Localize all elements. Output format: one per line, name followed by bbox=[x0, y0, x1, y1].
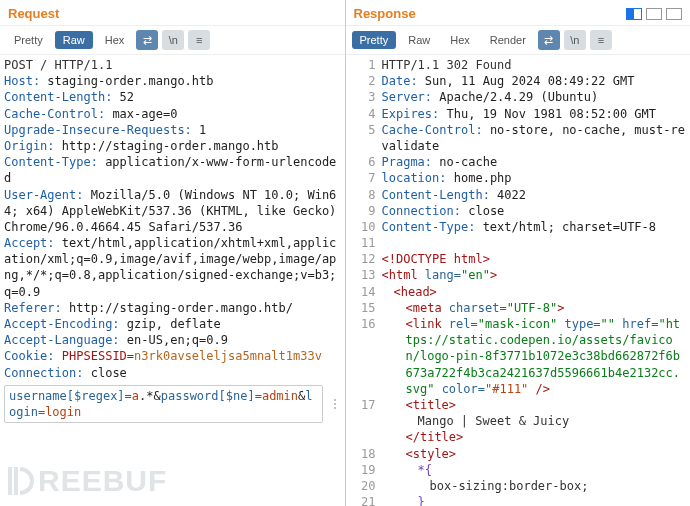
more-icon[interactable] bbox=[329, 399, 341, 409]
newline-icon[interactable]: \n bbox=[162, 30, 184, 50]
request-toolbar: Pretty Raw Hex ⇄ \n ≡ bbox=[0, 26, 345, 55]
tab-render-resp[interactable]: Render bbox=[482, 31, 534, 49]
newline-icon-resp[interactable]: \n bbox=[564, 30, 586, 50]
menu-icon-resp[interactable]: ≡ bbox=[590, 30, 612, 50]
tab-raw[interactable]: Raw bbox=[55, 31, 93, 49]
response-toolbar: Pretty Raw Hex Render ⇄ \n ≡ bbox=[346, 26, 691, 55]
response-content[interactable]: 1HTTP/1.1 302 Found2Date: Sun, 11 Aug 20… bbox=[346, 55, 691, 506]
layout-rows-btn[interactable] bbox=[646, 8, 662, 20]
layout-single-btn[interactable] bbox=[666, 8, 682, 20]
menu-icon[interactable]: ≡ bbox=[188, 30, 210, 50]
actions-icon-resp[interactable]: ⇄ bbox=[538, 30, 560, 50]
request-pane: Request Pretty Raw Hex ⇄ \n ≡ POST / HTT… bbox=[0, 0, 346, 506]
tab-hex[interactable]: Hex bbox=[97, 31, 133, 49]
tab-pretty[interactable]: Pretty bbox=[6, 31, 51, 49]
actions-icon[interactable]: ⇄ bbox=[136, 30, 158, 50]
response-title: Response bbox=[354, 6, 416, 21]
tab-pretty-resp[interactable]: Pretty bbox=[352, 31, 397, 49]
tab-hex-resp[interactable]: Hex bbox=[442, 31, 478, 49]
split-container: Request Pretty Raw Hex ⇄ \n ≡ POST / HTT… bbox=[0, 0, 690, 506]
request-header: Request bbox=[0, 0, 345, 26]
request-content[interactable]: POST / HTTP/1.1Host: staging-order.mango… bbox=[0, 55, 345, 506]
response-pane: Response Pretty Raw Hex Render ⇄ \n ≡ 1H… bbox=[346, 0, 691, 506]
response-header: Response bbox=[346, 0, 691, 26]
layout-buttons bbox=[626, 8, 682, 20]
tab-raw-resp[interactable]: Raw bbox=[400, 31, 438, 49]
layout-columns-btn[interactable] bbox=[626, 8, 642, 20]
request-title: Request bbox=[8, 6, 59, 21]
